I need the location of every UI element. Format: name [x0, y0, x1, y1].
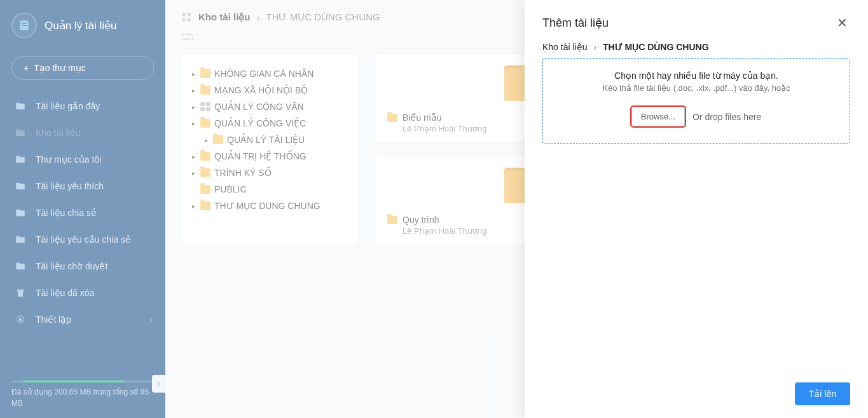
nav-settings[interactable]: Thiết lập: [0, 306, 165, 333]
folder-pending-icon: [14, 260, 27, 272]
svg-rect-11: [182, 39, 190, 40]
tree-item[interactable]: PUBLIC: [186, 181, 353, 198]
panel-bc-root[interactable]: Kho tài liệu: [542, 42, 587, 52]
svg-rect-6: [182, 18, 185, 22]
folder-icon: [387, 114, 397, 122]
folder-card-title: Biểu mẫu: [403, 112, 442, 123]
nav-label: Tài liệu yêu thích: [36, 181, 104, 191]
folder-icon: [200, 152, 210, 161]
tree-item[interactable]: ▸KHÔNG GIAN CÁ NHÂN: [186, 65, 353, 82]
svg-rect-7: [188, 18, 191, 22]
add-document-panel: Thêm tài liệu ✕ Kho tài liệu › THƯ MỤC D…: [525, 0, 868, 418]
tree-label: MẠNG XÃ HỘI NỘI BỘ: [214, 85, 308, 95]
chevron-left-icon: ‹: [157, 378, 160, 389]
nav-my-folders[interactable]: Thư mục của tôi: [0, 146, 165, 173]
folder-card-title: Quy trình: [403, 215, 439, 225]
tree-label: QUẢN LÝ CÔNG VIỆC: [214, 118, 306, 128]
archive-icon: [14, 127, 27, 138]
tree-label: QUẢN LÝ TÀI LIỆU: [227, 135, 305, 145]
dropzone-or-text: Or drop files here: [692, 112, 761, 122]
dropzone-heading: Chọn một hay nhiều file từ máy của bạn.: [551, 71, 842, 81]
upload-button[interactable]: Tải lên: [795, 382, 850, 405]
storage-text: Đã sử dụng 200.65 MB trong tổng số 95 MB: [11, 386, 154, 409]
tree-label: QUẢN LÝ CÔNG VĂN: [214, 102, 304, 112]
panel-title: Thêm tài liệu: [542, 16, 609, 30]
close-button[interactable]: ✕: [834, 13, 850, 33]
filter-icon[interactable]: [181, 32, 195, 42]
app-logo-icon: [11, 13, 37, 38]
nav-share-requests[interactable]: Tài liệu yêu cầu chia sẻ: [0, 226, 165, 253]
nav-label: Tài liệu đã xóa: [36, 288, 94, 298]
tree-label: TRÌNH KÝ SỐ: [214, 168, 272, 178]
breadcrumb-root[interactable]: Kho tài liệu: [198, 11, 251, 23]
storage-footer: Đã sử dụng 200.65 MB trong tổng số 95 MB: [0, 372, 165, 418]
folder-icon: [387, 216, 397, 224]
folder-icon: [200, 119, 210, 128]
caret-icon: ▸: [203, 137, 209, 144]
caret-icon: ▸: [190, 203, 196, 210]
folder-star-icon: [14, 180, 27, 192]
tree-item[interactable]: ▸MẠNG XÃ HỘI NỘI BỘ: [186, 82, 353, 98]
folder-icon: [200, 86, 210, 95]
browse-button[interactable]: Browse...: [631, 107, 685, 126]
panel-bc-current: THƯ MỤC DÙNG CHUNG: [603, 42, 709, 52]
tree-label: THƯ MỤC DÙNG CHUNG: [214, 201, 320, 211]
folder-icon: [213, 135, 223, 144]
nav-doc-store[interactable]: Kho tài liệu: [0, 119, 165, 146]
folder-request-icon: [14, 234, 27, 245]
svg-point-3: [19, 318, 22, 321]
grid-icon: [181, 11, 192, 23]
caret-icon: ▸: [190, 71, 196, 78]
folder-tree: ▸KHÔNG GIAN CÁ NHÂN ▸MẠNG XÃ HỘI NỘI BỘ …: [181, 53, 359, 245]
app-title: Quản lý tài liệu: [45, 19, 117, 32]
nav-trash[interactable]: Tài liệu đã xóa: [0, 280, 165, 306]
tree-item[interactable]: ▸QUẢN LÝ CÔNG VĂN: [186, 98, 353, 115]
tree-label: QUẢN TRỊ HỆ THỐNG: [214, 151, 307, 161]
folder-icon: [200, 168, 210, 177]
tree-item[interactable]: ▸THƯ MỤC DÙNG CHUNG: [186, 198, 353, 214]
nav-label: Thư mục của tôi: [36, 154, 101, 165]
folder-clock-icon: [14, 100, 27, 112]
folder-user-icon: [14, 154, 27, 165]
sidebar-header: Quản lý tài liệu: [0, 0, 165, 51]
plus-icon: +: [24, 63, 29, 73]
panel-breadcrumb: Kho tài liệu › THƯ MỤC DÙNG CHUNG: [542, 42, 850, 52]
nav-label: Thiết lập: [36, 314, 71, 325]
folder-icon: [200, 69, 210, 78]
nav-label: Tài liệu chờ duyệt: [36, 261, 107, 271]
caret-icon: ▸: [190, 153, 196, 160]
svg-rect-5: [188, 13, 191, 16]
svg-rect-9: [185, 34, 193, 35]
tree-item[interactable]: ▸TRÌNH KÝ SỐ: [186, 165, 353, 181]
svg-point-10: [191, 38, 194, 41]
create-folder-button[interactable]: + Tạo thư mục: [11, 56, 154, 80]
chevron-right-icon: ›: [257, 12, 260, 23]
nav-label: Tài liệu gần đây: [36, 101, 100, 111]
nav-label: Tài liệu yêu cầu chia sẻ: [36, 234, 131, 245]
breadcrumb-current: THƯ MỤC DÙNG CHUNG: [266, 11, 380, 23]
svg-rect-4: [182, 13, 185, 16]
nav-shared-docs[interactable]: Tài liệu chia sẻ: [0, 199, 165, 226]
nav-label: Tài liệu chia sẻ: [36, 208, 97, 218]
caret-icon: ▸: [190, 87, 196, 94]
svg-point-8: [182, 34, 184, 36]
svg-rect-2: [22, 25, 27, 26]
tree-item[interactable]: ▸QUẢN LÝ CÔNG VIỆC: [186, 115, 353, 131]
tree-item[interactable]: ▸QUẢN TRỊ HỆ THỐNG: [186, 148, 353, 165]
tree-item[interactable]: ▸QUẢN LÝ TÀI LIỆU: [186, 131, 353, 148]
nav-pending-approval[interactable]: Tài liệu chờ duyệt: [0, 253, 165, 280]
tree-label: KHÔNG GIAN CÁ NHÂN: [214, 69, 313, 79]
gear-icon: [14, 314, 27, 325]
nav-favorite-docs[interactable]: Tài liệu yêu thích: [0, 173, 165, 199]
folder-icon: [200, 185, 210, 194]
nav-recent-docs[interactable]: Tài liệu gần đây: [0, 93, 165, 119]
dropzone-subtext: Kéo thả file tài liệu (.doc, .xlx, .pdf.…: [551, 83, 842, 93]
folder-icon: [200, 201, 210, 210]
nav-label: Kho tài liệu: [36, 128, 80, 138]
folder-share-icon: [14, 207, 27, 219]
app-icon: [200, 102, 210, 111]
collapse-sidebar-button[interactable]: ‹: [152, 375, 166, 393]
sidebar: Quản lý tài liệu + Tạo thư mục Tài liệu …: [0, 0, 165, 418]
file-dropzone[interactable]: Chọn một hay nhiều file từ máy của bạn. …: [542, 58, 850, 144]
trash-icon: [14, 287, 27, 299]
